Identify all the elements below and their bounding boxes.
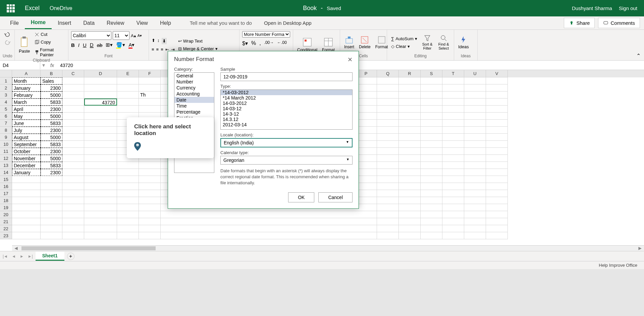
cell[interactable] xyxy=(486,120,508,127)
cell[interactable] xyxy=(399,155,421,162)
type-item[interactable]: 14-03-12 xyxy=(221,106,352,111)
add-sheet-button[interactable]: + xyxy=(67,253,74,260)
cell[interactable] xyxy=(421,204,442,211)
cell[interactable] xyxy=(62,190,84,197)
align-right-icon[interactable]: ≡ xyxy=(161,47,163,52)
cell[interactable] xyxy=(399,77,421,84)
col-header[interactable]: D xyxy=(84,70,117,77)
cell[interactable] xyxy=(486,225,508,232)
cell[interactable] xyxy=(139,232,161,239)
cell[interactable] xyxy=(139,176,161,183)
tab-insert[interactable]: Insert xyxy=(52,17,77,29)
cell[interactable] xyxy=(12,232,41,239)
cell[interactable] xyxy=(377,120,399,127)
row-header[interactable]: 23 xyxy=(0,232,12,239)
cell[interactable] xyxy=(377,183,399,190)
find-select-button[interactable]: Find & Select xyxy=(436,34,451,52)
row-header[interactable]: 5 xyxy=(0,106,12,113)
cell[interactable] xyxy=(117,197,139,204)
cell[interactable] xyxy=(377,127,399,134)
cell[interactable] xyxy=(84,197,117,204)
cell[interactable] xyxy=(62,127,84,134)
cell[interactable] xyxy=(442,183,464,190)
cell[interactable] xyxy=(62,141,84,148)
row-header[interactable]: 1 xyxy=(0,77,12,84)
cell[interactable] xyxy=(399,162,421,169)
cell[interactable] xyxy=(442,162,464,169)
row-header[interactable]: 11 xyxy=(0,148,12,155)
cell[interactable] xyxy=(62,113,84,120)
cell[interactable] xyxy=(117,77,139,84)
row-header[interactable]: 21 xyxy=(0,218,12,225)
cell[interactable] xyxy=(62,204,84,211)
cell[interactable] xyxy=(399,232,421,239)
cell[interactable] xyxy=(139,211,161,218)
row-header[interactable]: 19 xyxy=(0,204,12,211)
cell[interactable] xyxy=(421,190,442,197)
cell[interactable] xyxy=(377,169,399,176)
cell[interactable] xyxy=(62,225,84,232)
cell[interactable] xyxy=(377,113,399,120)
cell[interactable] xyxy=(62,120,84,127)
cell[interactable] xyxy=(464,162,486,169)
category-item[interactable]: Percentage xyxy=(174,109,214,115)
delete-cells-button[interactable]: Delete xyxy=(358,35,372,51)
cell[interactable] xyxy=(12,211,41,218)
app-launcher-icon[interactable] xyxy=(7,4,15,12)
cell[interactable] xyxy=(442,218,464,225)
cell[interactable]: December xyxy=(12,162,41,169)
cell[interactable] xyxy=(117,204,139,211)
cancel-button[interactable]: Cancel xyxy=(318,192,353,202)
cell[interactable]: 5833 xyxy=(41,162,62,169)
row-header[interactable]: 7 xyxy=(0,120,12,127)
cell[interactable] xyxy=(442,155,464,162)
cell[interactable] xyxy=(62,134,84,141)
cell[interactable] xyxy=(117,225,139,232)
cell[interactable] xyxy=(486,91,508,99)
tab-help[interactable]: Help xyxy=(154,17,177,29)
ideas-button[interactable]: Ideas xyxy=(457,34,470,51)
cell[interactable] xyxy=(139,169,161,176)
cell[interactable] xyxy=(117,176,139,183)
type-item[interactable]: 14.3.12 xyxy=(221,117,352,122)
cell[interactable]: May xyxy=(12,113,41,120)
cell[interactable] xyxy=(464,190,486,197)
cell[interactable] xyxy=(84,190,117,197)
cell[interactable] xyxy=(12,204,41,211)
cell[interactable] xyxy=(486,99,508,106)
cell[interactable]: 5000 xyxy=(41,134,62,141)
cell[interactable]: March xyxy=(12,99,41,106)
cell[interactable] xyxy=(62,197,84,204)
cell[interactable] xyxy=(421,91,442,99)
cell[interactable] xyxy=(399,211,421,218)
cell[interactable] xyxy=(442,190,464,197)
cell[interactable] xyxy=(84,113,117,120)
cell[interactable] xyxy=(139,183,161,190)
cell[interactable] xyxy=(464,197,486,204)
clear-button[interactable]: ◇ Clear ▾ xyxy=(390,43,419,50)
locale-dropdown[interactable]: English (India) xyxy=(220,138,353,147)
cell[interactable] xyxy=(486,197,508,204)
help-improve-link[interactable]: Help Improve Office xyxy=(599,263,637,268)
row-header[interactable]: 20 xyxy=(0,211,12,218)
tab-view[interactable]: View xyxy=(130,17,154,29)
cell[interactable] xyxy=(442,77,464,84)
onedrive-label[interactable]: OneDrive xyxy=(50,5,72,11)
cell[interactable] xyxy=(355,225,377,232)
col-header[interactable]: V xyxy=(486,70,508,77)
cell[interactable]: April xyxy=(12,106,41,113)
cell[interactable] xyxy=(377,155,399,162)
cell[interactable] xyxy=(486,113,508,120)
open-desktop-link[interactable]: Open in Desktop App xyxy=(261,17,314,28)
cell[interactable] xyxy=(464,155,486,162)
cell[interactable] xyxy=(62,169,84,176)
cell[interactable] xyxy=(442,141,464,148)
cell[interactable] xyxy=(62,84,84,91)
increase-font-icon[interactable]: A▴ xyxy=(131,33,136,38)
cell[interactable] xyxy=(62,176,84,183)
cell[interactable] xyxy=(139,197,161,204)
cell[interactable] xyxy=(12,176,41,183)
cell[interactable] xyxy=(421,148,442,155)
cell[interactable] xyxy=(421,225,442,232)
cell[interactable] xyxy=(84,84,117,91)
